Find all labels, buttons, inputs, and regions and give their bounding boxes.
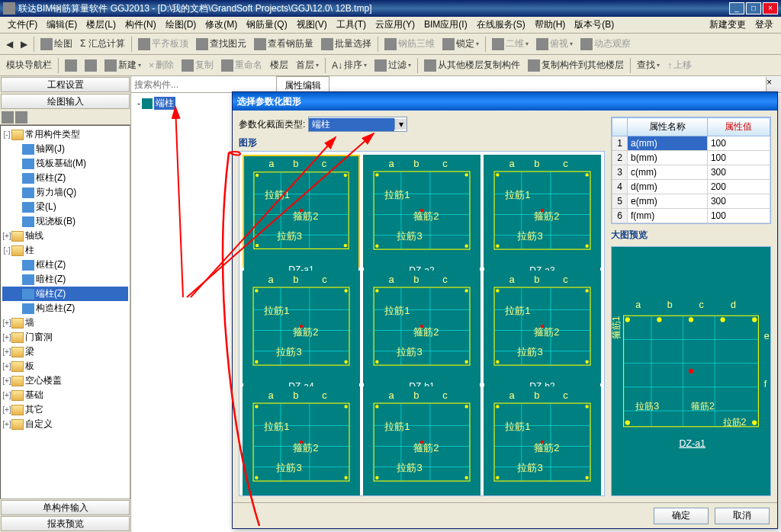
tb-filter[interactable]: 过滤▾ [371,57,414,73]
shape-DZ-a4[interactable]: 拉筋1 箍筋2 拉筋3 abc DZ-a4 [243,271,360,383]
prop-row-f(mm)[interactable]: 6 f(mm) 100 [612,209,770,223]
menu-component[interactable]: 构件(N) [121,17,161,33]
tree-node-10[interactable]: 暗柱(Z) [2,272,128,287]
prop-value[interactable]: 200 [707,180,770,194]
tb-new[interactable]: 新建▾ [101,57,144,73]
tree-node-14[interactable]: [+]门窗洞 [2,330,128,345]
shape-DZ-b1[interactable]: 拉筋1 箍筋2 拉筋3 abc DZ-b1 [363,271,480,383]
tb-draw[interactable]: 绘图 [37,36,76,52]
search-clear-button[interactable]: × [766,77,781,92]
tree-node-19[interactable]: [+]其它 [2,402,128,417]
shape-DZ-b2[interactable]: 拉筋1 箍筋2 拉筋3 abc DZ-b2 [484,271,601,383]
param-type-select[interactable]: 端柱 ▾ [308,117,407,132]
property-table[interactable]: 属性名称 属性值 1 a(mm) 1002 b(mm) 1003 c(mm) 3… [611,117,771,224]
tb-sort[interactable]: A↓ 排序▾ [329,57,370,73]
prop-row-a(mm)[interactable]: 1 a(mm) 100 [612,136,770,151]
expander-icon[interactable]: [+] [2,391,11,399]
tree-node-5[interactable]: 梁(L) [2,200,128,214]
subtree-node-duanzhu[interactable]: 端柱 [154,97,175,110]
tb-icon-2[interactable] [82,58,100,73]
tb-copy-from[interactable]: 从其他楼层复制构件 [421,57,523,73]
panel-single-input[interactable]: 单构件输入 [1,500,130,515]
tree-node-13[interactable]: [+]墙 [2,316,128,330]
expander-icon[interactable]: [+] [2,405,11,414]
tb-rename[interactable]: 重命名 [218,57,265,73]
minimize-button[interactable]: _ [729,2,744,14]
tb-align-top[interactable]: 平齐板顶 [135,36,191,52]
tree-node-2[interactable]: 筏板基础(M) [2,156,128,171]
prop-value[interactable]: 100 [707,209,770,223]
tb-move-up[interactable]: ↑ 上移 [664,57,695,73]
tree-node-9[interactable]: 框柱(Z) [2,258,128,272]
shape-DZ-b5[interactable]: 拉筋1 箍筋2 拉筋3 abc DZ-b5 [484,386,601,496]
prop-row-b(mm)[interactable]: 2 b(mm) 100 [612,151,770,165]
menu-online[interactable]: 在线服务(S) [472,17,530,33]
tree-node-12[interactable]: 构造柱(Z) [2,301,128,316]
menu-edit[interactable]: 编辑(E) [42,17,82,33]
tree-node-11[interactable]: 端柱(Z) [2,287,128,301]
tb-floor-select[interactable]: 首层▾ [293,57,322,73]
expander-icon[interactable]: [+] [2,377,11,385]
expander-icon[interactable]: [+] [2,420,11,428]
prop-value[interactable]: 100 [707,136,770,151]
panel-proj-settings[interactable]: 工程设置 [1,77,130,92]
shape-DZ-a3[interactable]: 拉筋1 箍筋2 拉筋3 abc DZ-a3 [484,155,601,268]
tree-node-4[interactable]: 剪力墙(Q) [2,185,128,200]
panel-draw-input[interactable]: 绘图输入 [1,94,130,109]
expander-icon[interactable]: [+] [2,348,11,356]
tb-find[interactable]: 查找▾ [634,57,663,73]
tb-module-nav[interactable]: 模块导航栏 [3,57,55,73]
expander-icon[interactable]: [+] [2,319,11,327]
prop-value[interactable]: 100 [707,151,770,165]
menu-cloud[interactable]: 云应用(Y) [371,17,419,33]
shape-DZ-a1[interactable]: 拉筋1 箍筋2 拉筋3 abc DZ-a1 [243,155,360,268]
tree-node-0[interactable]: [-]常用构件类型 [2,127,128,142]
menu-tools[interactable]: 工具(T) [332,17,371,33]
tb-view-rebar[interactable]: 查看钢筋量 [251,36,317,52]
prop-row-d(mm)[interactable]: 4 d(mm) 200 [612,180,770,194]
ok-button[interactable]: 确定 [654,508,709,524]
cancel-button[interactable]: 取消 [715,508,770,524]
menu-version[interactable]: 版本号(B) [570,17,619,33]
panel-report-preview[interactable]: 报表预览 [1,516,130,531]
menu-modify[interactable]: 修改(M) [201,17,242,33]
tb-2d[interactable]: 二维▾ [489,36,532,52]
prop-row-c(mm)[interactable]: 3 c(mm) 300 [612,165,770,180]
component-tree[interactable]: [-]常用构件类型轴网(J)筏板基础(M)框柱(Z)剪力墙(Q)梁(L)现浇板(… [0,125,130,499]
expander-icon[interactable]: [+] [2,362,11,370]
tree-node-16[interactable]: [+]板 [2,359,128,373]
collapse-icon[interactable] [15,111,27,123]
menu-help[interactable]: 帮助(H) [530,17,570,33]
tree-node-15[interactable]: [+]梁 [2,345,128,359]
menu-bim[interactable]: BIM应用(I) [419,17,472,33]
prop-row-e(mm)[interactable]: 5 e(mm) 300 [612,194,770,209]
menu-rebar[interactable]: 钢筋量(Q) [242,17,291,33]
maximize-button[interactable]: □ [746,2,761,14]
prop-value[interactable]: 300 [707,165,770,180]
tb-copy[interactable]: 复制 [178,57,217,73]
tree-node-17[interactable]: [+]空心楼盖 [2,373,128,388]
shape-DZ-b4[interactable]: 拉筋1 箍筋2 拉筋3 abc DZ-b4 [363,386,480,496]
tb-nav-back[interactable]: ◀ [3,37,16,51]
menu-floor[interactable]: 楼层(L) [82,17,121,33]
tb-icon-1[interactable] [62,58,80,73]
menu-file[interactable]: 文件(F) [3,17,42,33]
new-change-button[interactable]: 新建变更 [702,17,750,33]
tree-node-6[interactable]: 现浇板(B) [2,214,128,229]
expander-icon[interactable]: [-] [2,246,11,255]
tb-find-element[interactable]: 查找图元 [193,36,249,52]
tb-rebar-3d[interactable]: 钢筋三维 [381,36,438,52]
tb-copy-to[interactable]: 复制构件到其他楼层 [525,57,627,73]
tb-sum[interactable]: Σ 汇总计算 [77,36,128,52]
menu-draw[interactable]: 绘图(D) [161,17,201,33]
expander-icon[interactable]: [+] [2,333,11,341]
tree-node-8[interactable]: [-]柱 [2,243,128,258]
expand-icon[interactable] [2,111,14,123]
tree-node-20[interactable]: [+]自定义 [2,417,128,431]
tree-node-1[interactable]: 轴网(J) [2,142,128,156]
expander-icon[interactable]: [-] [2,130,11,139]
tb-top-view[interactable]: 俯视▾ [533,36,576,52]
login-button[interactable]: 登录 [750,17,778,33]
tb-nav-fwd[interactable]: ▶ [18,37,31,51]
tree-node-7[interactable]: [+]轴线 [2,229,128,243]
